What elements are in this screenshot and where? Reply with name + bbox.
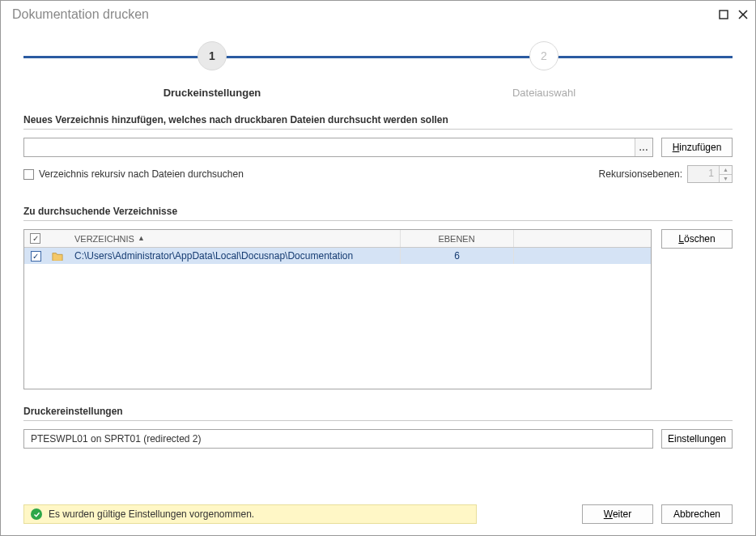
row-pad-cell (513, 248, 651, 264)
wizard-steps: 1 Druckeinstellungen 2 Dateiauswahl (23, 32, 733, 103)
status-text: Es wurden gültige Einstellungen vorgenom… (49, 508, 254, 520)
add-directory-row: ... Hinzufügen (23, 138, 733, 157)
directories-area: ✓ VERZEICHNIS ▲ EBENEN ✓ (23, 229, 733, 389)
bottom-buttons: Weiter Abbrechen (582, 504, 733, 524)
header-levels-label: EBENEN (438, 234, 474, 244)
printer-settings-button[interactable]: Einstellungen (661, 429, 733, 449)
step-2[interactable]: 2 Dateiauswahl (378, 41, 710, 99)
recursion-levels-value: 1 (688, 166, 719, 182)
step-1-circle: 1 (197, 41, 227, 70)
divider (23, 220, 733, 221)
recursion-levels-stepper[interactable]: 1 ▲ ▼ (687, 165, 733, 183)
printer-heading: Druckereinstellungen (23, 406, 733, 417)
content: Neues Verzeichnis hinzufügen, welches na… (1, 114, 755, 449)
recursion-levels-label: Rekursionsebenen: (599, 168, 682, 180)
step-1[interactable]: 1 Druckeinstellungen (46, 41, 378, 99)
row-levels-cell: 6 (400, 248, 513, 264)
row-check-cell[interactable]: ✓ (24, 248, 47, 264)
status-banner: Es wurden gültige Einstellungen vorgenom… (23, 504, 477, 524)
step-2-label: Dateiauswahl (512, 87, 575, 99)
header-levels-cell[interactable]: EBENEN (400, 230, 513, 247)
recursive-label: Verzeichnis rekursiv nach Dateien durchs… (39, 168, 244, 180)
divider (23, 420, 733, 421)
recursive-option[interactable]: Verzeichnis rekursiv nach Dateien durchs… (23, 168, 244, 180)
table-row[interactable]: ✓ C:\Users\Administrator\AppData\Local\D… (24, 248, 651, 264)
directory-path-input[interactable] (24, 138, 635, 156)
row-icon-cell (47, 248, 70, 264)
row-checkbox[interactable]: ✓ (31, 251, 41, 262)
header-icon-cell (47, 230, 70, 247)
stepper-up-icon[interactable]: ▲ (719, 166, 732, 175)
table-header: ✓ VERZEICHNIS ▲ EBENEN (24, 230, 651, 248)
row-path-cell: C:\Users\Administrator\AppData\Local\Doc… (70, 248, 400, 264)
folder-icon (52, 251, 63, 261)
printer-field[interactable]: PTESWPL01 on SPRT01 (redirected 2) (23, 429, 653, 449)
add-directory-heading: Neues Verzeichnis hinzufügen, welches na… (23, 114, 733, 125)
browse-button[interactable]: ... (635, 138, 652, 156)
success-icon (31, 508, 42, 520)
titlebar: Dokumentation drucken (1, 1, 755, 25)
recursive-row: Verzeichnis rekursiv nach Dateien durchs… (23, 165, 733, 183)
add-button[interactable]: Hinzufügen (661, 138, 733, 157)
printer-row: PTESWPL01 on SPRT01 (redirected 2) Einst… (23, 429, 733, 449)
close-icon[interactable] (737, 9, 749, 20)
header-path-label: VERZEICHNIS (74, 234, 134, 244)
printer-value: PTESWPL01 on SPRT01 (redirected 2) (31, 433, 202, 445)
directories-table[interactable]: ✓ VERZEICHNIS ▲ EBENEN ✓ (23, 229, 652, 389)
header-path-cell[interactable]: VERZEICHNIS ▲ (70, 230, 400, 247)
step-1-label: Druckeinstellungen (164, 87, 261, 99)
header-pad-cell (513, 230, 651, 247)
next-button[interactable]: Weiter (582, 504, 653, 524)
bottom-bar: Es wurden gültige Einstellungen vorgenom… (1, 496, 755, 535)
delete-button[interactable]: Löschen (661, 229, 733, 249)
header-check-cell[interactable]: ✓ (24, 230, 47, 247)
window-title: Dokumentation drucken (12, 7, 149, 22)
directory-path-field[interactable]: ... (23, 138, 653, 157)
cancel-button[interactable]: Abbrechen (661, 504, 733, 524)
directories-heading: Zu durchsuchende Verzeichnisse (23, 206, 733, 217)
maximize-icon[interactable] (718, 9, 729, 20)
divider (23, 129, 733, 130)
recursive-checkbox[interactable] (23, 169, 34, 180)
step-2-circle: 2 (529, 41, 559, 70)
sort-asc-icon: ▲ (138, 234, 145, 242)
header-checkbox[interactable]: ✓ (30, 233, 40, 244)
svg-rect-0 (720, 11, 728, 19)
recursion-levels-group: Rekursionsebenen: 1 ▲ ▼ (599, 165, 733, 183)
window-buttons (718, 9, 749, 20)
stepper-down-icon[interactable]: ▼ (719, 175, 732, 183)
